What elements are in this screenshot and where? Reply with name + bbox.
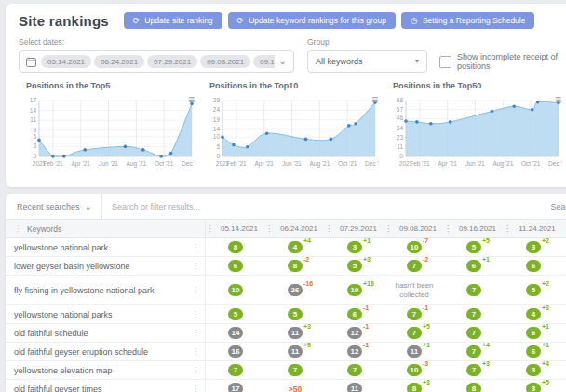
- position-delta: +4: [542, 360, 549, 367]
- position-cell: 7: [444, 305, 504, 323]
- date-chip[interactable]: 06.24.2021: [94, 55, 144, 68]
- table-row: yellowstone national park⋮84+43+110-75+5…: [6, 238, 566, 257]
- date-column-header[interactable]: ⋮07.29.2021: [325, 224, 384, 233]
- clock-icon: ◷: [411, 17, 418, 25]
- chevron-down-icon[interactable]: ⌄: [279, 57, 287, 66]
- svg-text:46: 46: [397, 115, 404, 121]
- chart-menu-icon[interactable]: ≡: [555, 94, 561, 105]
- row-menu-icon[interactable]: ⋮: [192, 367, 199, 374]
- svg-text:6: 6: [33, 133, 36, 140]
- position-cell: 5+3: [325, 257, 384, 275]
- row-menu-icon[interactable]: ⋮: [192, 287, 199, 294]
- search-bar: Recent searches ⌄ Search: [6, 194, 566, 220]
- keyword-cell[interactable]: yellowstone elevation map⋮: [6, 361, 206, 379]
- keyword-cell[interactable]: old faithful geyser eruption schedule⋮: [6, 343, 206, 360]
- date-column-header[interactable]: ⋮05.14.2021: [206, 224, 265, 233]
- keyword-cell[interactable]: yellowstone national parks⋮: [6, 305, 206, 323]
- refresh-icon: ⟳: [237, 17, 245, 25]
- column-menu-icon[interactable]: ⋮: [14, 225, 21, 233]
- row-menu-icon[interactable]: ⋮: [192, 244, 199, 251]
- svg-text:Oct '21: Oct '21: [155, 160, 174, 167]
- position-badge: 7: [407, 327, 422, 339]
- recent-searches-dropdown[interactable]: Recent searches ⌄: [17, 194, 102, 219]
- keywords-column-header[interactable]: ⋮ Keywords: [6, 220, 206, 237]
- svg-text:11: 11: [30, 116, 36, 123]
- keyword-cell[interactable]: yellowstone national park⋮: [6, 238, 206, 256]
- row-menu-icon[interactable]: ⋮: [192, 348, 199, 356]
- date-column-header[interactable]: ⋮11.24.2021: [504, 224, 563, 233]
- keyword-cell[interactable]: old faithful geyser times⋮: [6, 380, 206, 392]
- position-badge: 4: [526, 308, 541, 320]
- date-column-header[interactable]: ⋮09.16.2021: [444, 224, 504, 233]
- svg-text:Feb '21: Feb '21: [226, 160, 247, 167]
- update-keyword-rankings-button[interactable]: ⟳ Update keyword rankings for this group: [228, 12, 396, 29]
- svg-text:Jun '21: Jun '21: [282, 160, 302, 167]
- update-site-ranking-button[interactable]: ⟳ Update site ranking: [124, 12, 222, 29]
- title-bar: Site rankings ⟳ Update site ranking ⟳ Up…: [19, 12, 566, 29]
- chart-menu-icon[interactable]: ≡: [188, 94, 195, 105]
- incomplete-positions-toggle[interactable]: Show incomplete receipt of positions: [439, 50, 566, 73]
- not-collected-note: hasn't been collected: [388, 281, 440, 299]
- position-delta: +16: [363, 280, 374, 287]
- search-button[interactable]: Search: [550, 202, 566, 211]
- date-chip[interactable]: 07.29.2021: [147, 55, 197, 68]
- date-chip[interactable]: 05.14.2021: [41, 55, 91, 68]
- position-badge: 10: [407, 241, 422, 253]
- position-cell: 7+5: [384, 324, 444, 342]
- column-menu-icon[interactable]: ⋮: [206, 225, 213, 233]
- date-column-header[interactable]: ⋮09.08.2021: [384, 224, 444, 233]
- date-column-header[interactable]: ⋮06.24.2021: [265, 224, 325, 233]
- svg-text:Apr '21: Apr '21: [438, 160, 457, 168]
- keyword-cell[interactable]: fly fishing in yellowstone national park…: [6, 276, 206, 304]
- row-menu-icon[interactable]: ⋮: [192, 311, 199, 318]
- column-menu-icon[interactable]: ⋮: [444, 225, 451, 233]
- position-cell: 6+1: [504, 324, 563, 342]
- position-delta: -2: [423, 256, 428, 263]
- position-badge: 6: [466, 260, 481, 272]
- position-badge: 3: [526, 364, 541, 376]
- group-select[interactable]: All keywords ▾: [307, 50, 427, 73]
- svg-text:Feb '21: Feb '21: [410, 160, 430, 167]
- column-menu-icon[interactable]: ⋮: [504, 225, 511, 233]
- position-delta: +1: [423, 342, 430, 348]
- table-row: yellowstone elevation map⋮77710-37+33+4: [6, 361, 566, 380]
- keyword-cell[interactable]: lower geyser basin yellowstone⋮: [6, 257, 206, 275]
- position-cell: 6-1: [325, 305, 384, 323]
- column-menu-icon[interactable]: ⋮: [265, 225, 273, 233]
- date-chip[interactable]: 09.08.2021: [200, 55, 250, 68]
- row-menu-icon[interactable]: ⋮: [192, 263, 199, 270]
- date-range-picker[interactable]: 05.14.202106.24.202107.29.202109.08.2021…: [19, 50, 294, 73]
- row-menu-icon[interactable]: ⋮: [192, 385, 199, 392]
- area-chart-svg: 03681114172021Feb '21Apr '21Jun '21Aug '…: [19, 93, 195, 180]
- position-delta: -1: [363, 323, 369, 330]
- svg-text:Jun '21: Jun '21: [99, 160, 118, 167]
- position-cell: 3+4: [504, 361, 563, 379]
- row-menu-icon[interactable]: ⋮: [192, 330, 199, 337]
- position-badge: 6: [526, 345, 541, 358]
- column-date-label: 05.14.2021: [213, 224, 265, 233]
- svg-text:17: 17: [30, 97, 37, 103]
- checkbox[interactable]: [439, 56, 451, 68]
- select-dates-label: Select dates:: [19, 37, 294, 47]
- position-cell: 7: [265, 361, 325, 379]
- position-cell: 6: [206, 257, 265, 275]
- keyword-cell[interactable]: old faithful schedule⋮: [6, 324, 206, 342]
- chart-title: Positions in the Top10: [202, 81, 385, 90]
- svg-text:3: 3: [33, 142, 36, 149]
- svg-text:23: 23: [397, 134, 404, 141]
- refresh-icon: ⟳: [133, 17, 141, 25]
- date-chip[interactable]: 09.16.2021: [253, 55, 274, 68]
- column-menu-icon[interactable]: ⋮: [384, 225, 392, 233]
- position-delta: +3: [482, 360, 490, 367]
- column-menu-icon[interactable]: ⋮: [325, 225, 332, 233]
- keyword-label: old faithful geyser eruption schedule: [14, 347, 192, 357]
- svg-text:10: 10: [213, 133, 221, 140]
- position-cell: 7-2: [384, 257, 444, 275]
- search-input[interactable]: [102, 201, 551, 212]
- position-cell: 10+16: [325, 276, 384, 304]
- position-delta: +3: [363, 256, 371, 263]
- position-badge: 7: [228, 364, 243, 376]
- reporting-schedule-button[interactable]: ◷ Setting a Reporting Schedule: [401, 12, 534, 29]
- position-badge: 14: [228, 327, 243, 339]
- chart-menu-icon[interactable]: ≡: [371, 94, 378, 105]
